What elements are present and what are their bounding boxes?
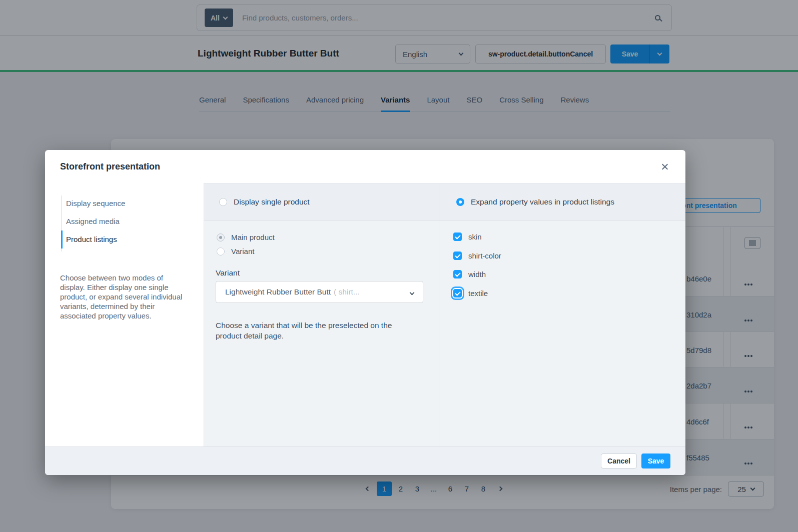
modal-header: Storefront presentation	[45, 150, 685, 183]
expand-properties-label: Expand property values in product listin…	[471, 198, 614, 206]
variant-help-text: Choose a variant that will be the presel…	[216, 320, 416, 341]
display-single-product-label: Display single product	[234, 198, 310, 206]
storefront-presentation-modal: Storefront presentation Display sequence…	[45, 150, 685, 475]
mode-description: Choose between two modes of display. Eit…	[60, 273, 189, 320]
shirt-color-label: shirt-color	[468, 252, 501, 260]
main-product-option[interactable]: Main product	[217, 233, 275, 242]
main-product-label: Main product	[231, 233, 275, 242]
single-product-option[interactable]: Display single product	[204, 184, 439, 220]
variant-select[interactable]: Lightweight Rubber Butter Butt ( shirt..…	[216, 281, 423, 303]
skin-checkbox[interactable]	[453, 232, 462, 241]
properties-list: skin shirt-color width textile	[439, 220, 685, 446]
shirt-color-checkbox[interactable]	[453, 252, 462, 260]
property-row-width[interactable]: width	[453, 270, 486, 278]
variant-radio[interactable]	[217, 248, 225, 256]
single-product-column: Display single product Main product Vari…	[204, 183, 439, 446]
single-product-body: Main product Variant Variant Lightweight…	[204, 220, 439, 446]
modal-cancel-button[interactable]: Cancel	[601, 454, 637, 468]
width-label: width	[468, 270, 486, 278]
skin-label: skin	[468, 232, 482, 241]
close-icon	[661, 163, 668, 170]
sidebar-item-assigned-media[interactable]: Assigned media	[61, 212, 176, 230]
width-checkbox[interactable]	[453, 270, 462, 278]
variant-select-hint: ( shirt...	[334, 288, 360, 296]
display-single-product-radio[interactable]	[219, 198, 227, 206]
property-row-shirt-color[interactable]: shirt-color	[453, 252, 501, 260]
variant-field-label: Variant	[216, 268, 240, 278]
modal-footer: Cancel Save	[45, 446, 685, 475]
variant-select-value: Lightweight Rubber Butter Butt	[225, 288, 331, 296]
expand-properties-option[interactable]: Expand property values in product listin…	[439, 184, 685, 220]
modal-sidebar: Display sequence Assigned media Product …	[45, 183, 204, 446]
expand-properties-column: Expand property values in product listin…	[439, 183, 685, 446]
sidebar-item-product-listings[interactable]: Product listings	[61, 230, 176, 248]
property-row-skin[interactable]: skin	[453, 232, 482, 241]
modal-save-button[interactable]: Save	[641, 454, 670, 468]
modal-title: Storefront presentation	[60, 162, 160, 172]
expand-properties-radio[interactable]	[456, 198, 464, 206]
main-product-radio[interactable]	[217, 234, 225, 242]
textile-label: textile	[468, 289, 488, 298]
sidebar-item-display-sequence[interactable]: Display sequence	[61, 194, 176, 212]
modal-close-button[interactable]	[661, 163, 668, 172]
chevron-down-icon	[410, 288, 414, 296]
variant-option[interactable]: Variant	[217, 247, 254, 256]
variant-option-label: Variant	[231, 247, 254, 256]
textile-checkbox[interactable]	[453, 289, 462, 298]
modal-body: Display sequence Assigned media Product …	[45, 183, 685, 446]
property-row-textile[interactable]: textile	[453, 289, 488, 298]
